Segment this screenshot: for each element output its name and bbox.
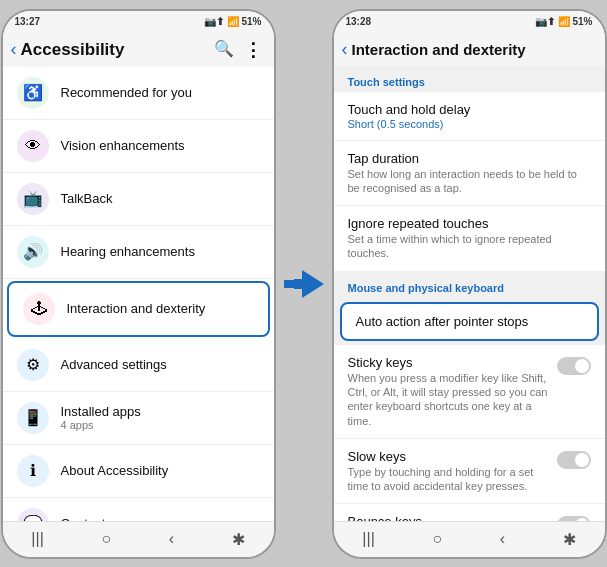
about-icon: ℹ bbox=[17, 455, 49, 487]
slow-keys-toggle[interactable] bbox=[557, 451, 591, 469]
detail-ignore-touches[interactable]: Ignore repeated touches Set a time withi… bbox=[334, 206, 605, 272]
nav-header-right: ‹ Interaction and dexterity bbox=[334, 33, 605, 66]
menu-item-apps[interactable]: 📱 Installed apps 4 apps bbox=[3, 392, 274, 445]
sticky-keys-toggle[interactable] bbox=[557, 357, 591, 375]
menu-item-hearing[interactable]: 🔊 Hearing enhancements bbox=[3, 226, 274, 279]
talkback-icon: 📺 bbox=[17, 183, 49, 215]
page-title-left: Accessibility bbox=[21, 40, 125, 60]
bounce-keys-toggle[interactable] bbox=[557, 516, 591, 520]
more-icon[interactable]: ⋮ bbox=[244, 39, 262, 61]
detail-slow-keys[interactable]: Slow keys Type by touching and holding f… bbox=[334, 439, 605, 505]
nav-home[interactable]: ○ bbox=[101, 530, 111, 548]
menu-item-title: Hearing enhancements bbox=[61, 244, 260, 259]
detail-tap-duration[interactable]: Tap duration Set how long an interaction… bbox=[334, 141, 605, 207]
menu-item-title: About Accessibility bbox=[61, 463, 260, 478]
menu-list: ♿ Recommended for you 👁 Vision enhanceme… bbox=[3, 67, 274, 521]
menu-item-contact[interactable]: 💬 Contact us bbox=[3, 498, 274, 521]
bottom-nav-left: ||| ○ ‹ ✱ bbox=[3, 521, 274, 557]
nav-recents-right[interactable]: ||| bbox=[362, 530, 374, 548]
advanced-icon: ⚙ bbox=[17, 349, 49, 381]
section-label-mouse: Mouse and physical keyboard bbox=[334, 272, 605, 298]
status-icons-right: 📷⬆ 📶 51% bbox=[535, 16, 593, 27]
menu-item-recommended[interactable]: ♿ Recommended for you bbox=[3, 67, 274, 120]
page-title-right: Interaction and dexterity bbox=[352, 41, 526, 58]
nav-back[interactable]: ‹ bbox=[169, 530, 174, 548]
interaction-icon: 🕹 bbox=[23, 293, 55, 325]
menu-item-title: Recommended for you bbox=[61, 85, 260, 100]
time-left: 13:27 bbox=[15, 16, 41, 27]
bottom-nav-right: ||| ○ ‹ ✱ bbox=[334, 521, 605, 557]
left-phone: 13:27 📷⬆ 📶 51% ‹ Accessibility 🔍 ⋮ ♿ Rec… bbox=[1, 9, 276, 559]
menu-item-title: Installed apps bbox=[61, 404, 260, 419]
nav-accessibility[interactable]: ✱ bbox=[232, 530, 245, 549]
apps-icon: 📱 bbox=[17, 402, 49, 434]
right-phone: 13:28 📷⬆ 📶 51% ‹ Interaction and dexteri… bbox=[332, 9, 607, 559]
hearing-icon: 🔊 bbox=[17, 236, 49, 268]
nav-home-right[interactable]: ○ bbox=[432, 530, 442, 548]
menu-item-about[interactable]: ℹ About Accessibility bbox=[3, 445, 274, 498]
menu-item-advanced[interactable]: ⚙ Advanced settings bbox=[3, 339, 274, 392]
menu-screen: ♿ Recommended for you 👁 Vision enhanceme… bbox=[3, 67, 274, 521]
menu-item-vision[interactable]: 👁 Vision enhancements bbox=[3, 120, 274, 173]
detail-auto-action[interactable]: Auto action after pointer stops bbox=[340, 302, 599, 341]
menu-item-subtitle: 4 apps bbox=[61, 419, 260, 431]
nav-header-left: ‹ Accessibility 🔍 ⋮ bbox=[3, 33, 274, 67]
back-button-right[interactable]: ‹ bbox=[342, 39, 348, 60]
recommended-icon: ♿ bbox=[17, 77, 49, 109]
time-right: 13:28 bbox=[346, 16, 372, 27]
menu-item-title: Interaction and dexterity bbox=[67, 301, 254, 316]
detail-bounce-keys[interactable]: Bounce keys Prevent accidental key press… bbox=[334, 504, 605, 520]
section-label-touch: Touch settings bbox=[334, 66, 605, 92]
nav-back-right[interactable]: ‹ bbox=[500, 530, 505, 548]
contact-icon: 💬 bbox=[17, 508, 49, 521]
nav-accessibility-right[interactable]: ✱ bbox=[563, 530, 576, 549]
menu-item-title: Advanced settings bbox=[61, 357, 260, 372]
search-icon[interactable]: 🔍 bbox=[214, 39, 234, 61]
detail-touch-hold[interactable]: Touch and hold delay Short (0.5 seconds) bbox=[334, 92, 605, 141]
menu-item-talkback[interactable]: 📺 TalkBack bbox=[3, 173, 274, 226]
vision-icon: 👁 bbox=[17, 130, 49, 162]
status-icons-left: 📷⬆ 📶 51% bbox=[204, 16, 262, 27]
back-button-left[interactable]: ‹ bbox=[11, 39, 17, 60]
nav-recents[interactable]: ||| bbox=[31, 530, 43, 548]
menu-item-interaction[interactable]: 🕹 Interaction and dexterity bbox=[7, 281, 270, 337]
direction-arrow bbox=[284, 270, 324, 298]
detail-sticky-keys[interactable]: Sticky keys When you press a modifier ke… bbox=[334, 345, 605, 439]
status-bar-right: 13:28 📷⬆ 📶 51% bbox=[334, 11, 605, 33]
status-bar-left: 13:27 📷⬆ 📶 51% bbox=[3, 11, 274, 33]
menu-item-title: TalkBack bbox=[61, 191, 260, 206]
detail-screen: Touch settings Touch and hold delay Shor… bbox=[334, 66, 605, 521]
menu-item-title: Vision enhancements bbox=[61, 138, 260, 153]
